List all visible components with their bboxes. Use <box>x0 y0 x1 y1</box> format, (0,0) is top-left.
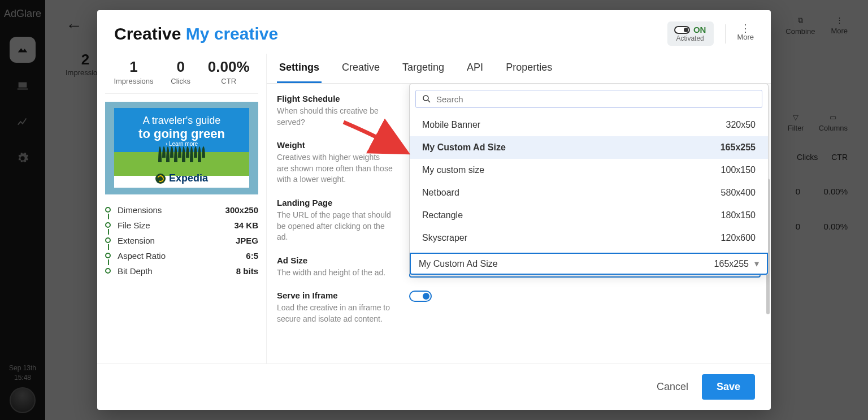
meta-dot-icon <box>105 268 111 274</box>
meta-row: Dimensions300x250 <box>105 202 258 218</box>
meta-row: ExtensionJPEG <box>105 233 258 248</box>
adsize-selected-dim-2: 165x255 <box>714 259 749 269</box>
tab-settings[interactable]: Settings <box>277 54 322 83</box>
iframe-desc: Load the creative in an iframe to secure… <box>277 302 393 324</box>
stat-ctr: 0.00% CTR <box>208 58 250 85</box>
toggle-icon <box>674 26 690 34</box>
adsize-desc: The width and height of the ad. <box>277 267 393 279</box>
meta-dot-icon <box>105 237 111 243</box>
tabs: Settings Creative Targeting API Properti… <box>267 54 771 84</box>
weight-desc: Creatives with higher weights are shown … <box>277 152 393 185</box>
ad-headline: A traveler's guide to going green <box>138 108 225 141</box>
stat-clicks: 0 Clicks <box>171 58 190 85</box>
ad-trees-graphic <box>114 146 249 162</box>
caret-down-icon: ▾ <box>754 258 759 269</box>
activated-on: ON <box>693 25 706 34</box>
dropdown-option[interactable]: My custom size100x150 <box>410 159 768 181</box>
modal-footer: Cancel Save <box>97 363 771 410</box>
meta-row: Aspect Ratio6:5 <box>105 248 258 263</box>
save-button[interactable]: Save <box>702 374 755 400</box>
field-serve-iframe: Serve in Iframe Load the creative in an … <box>277 291 761 324</box>
weight-label: Weight <box>277 140 393 150</box>
tab-creative[interactable]: Creative <box>340 54 382 83</box>
more-label: More <box>737 33 754 41</box>
tab-api[interactable]: API <box>465 54 485 83</box>
dropdown-search-input[interactable] <box>436 94 756 104</box>
creative-modal: Creative My creative ON Activated ⋮ More <box>97 10 771 410</box>
dropdown-option[interactable]: Rectangle180x150 <box>410 204 768 227</box>
landing-desc: The URL of the page that should be opene… <box>277 210 393 243</box>
activated-label: Activated <box>674 34 706 42</box>
adsize-label: Ad Size <box>277 256 393 265</box>
search-icon <box>422 94 432 104</box>
flight-desc: When should this creative be served? <box>277 106 393 128</box>
left-panel: 1 Impressions 0 Clicks 0.00% CTR A trave… <box>97 54 267 363</box>
dropdown-option[interactable]: Netboard580x400 <box>410 181 768 204</box>
more-button[interactable]: ⋮ More <box>737 26 754 41</box>
svg-line-1 <box>428 100 430 102</box>
dropdown-option[interactable]: Mobile Banner320x50 <box>410 114 768 136</box>
adsize-select-under-dropdown[interactable]: My Custom Ad Size 165x255 ▾ <box>410 253 768 275</box>
modal-header: Creative My creative ON Activated ⋮ More <box>97 10 771 54</box>
more-dots-icon: ⋮ <box>740 26 750 31</box>
meta-row: File Size34 KB <box>105 218 258 233</box>
modal-title: Creative My creative <box>114 24 278 44</box>
dropdown-option[interactable]: My Custom Ad Size165x255 <box>410 136 768 159</box>
modal-title-prefix: Creative <box>114 24 181 43</box>
creative-preview[interactable]: A traveler's guide to going green › Lear… <box>105 102 258 194</box>
flight-label: Flight Schedule <box>277 94 393 103</box>
header-divider <box>725 24 726 44</box>
right-panel: Settings Creative Targeting API Properti… <box>267 54 771 363</box>
iframe-label: Serve in Iframe <box>277 291 393 300</box>
svg-point-0 <box>423 96 428 101</box>
brand-globe-icon <box>155 174 166 184</box>
meta-row: Bit Depth8 bits <box>105 263 258 279</box>
activated-toggle[interactable]: ON Activated <box>667 21 714 46</box>
meta-dot-icon <box>105 207 111 213</box>
dropdown-option[interactable]: Skyscraper120x600 <box>410 227 768 249</box>
tab-targeting[interactable]: Targeting <box>400 54 446 83</box>
meta-list: Dimensions300x250 File Size34 KB Extensi… <box>105 202 258 279</box>
cancel-button[interactable]: Cancel <box>657 381 688 393</box>
ad-brand: Expedia <box>114 172 249 184</box>
stat-impressions: 1 Impressions <box>114 58 153 85</box>
dropdown-list[interactable]: Mobile Banner320x50 My Custom Ad Size165… <box>410 114 768 249</box>
adsize-selected-label-2: My Custom Ad Size <box>419 259 498 269</box>
settings-form: Flight Schedule When should this creativ… <box>267 84 771 363</box>
meta-dot-icon <box>105 222 111 228</box>
dropdown-search[interactable] <box>415 90 762 108</box>
tab-properties[interactable]: Properties <box>504 54 554 83</box>
stats-row: 1 Impressions 0 Clicks 0.00% CTR <box>105 54 258 94</box>
landing-label: Landing Page <box>277 198 393 207</box>
meta-dot-icon <box>105 253 111 258</box>
adsize-dropdown: Mobile Banner320x50 My Custom Ad Size165… <box>409 84 769 275</box>
iframe-toggle[interactable] <box>409 291 432 302</box>
modal-title-name: My creative <box>186 24 278 43</box>
